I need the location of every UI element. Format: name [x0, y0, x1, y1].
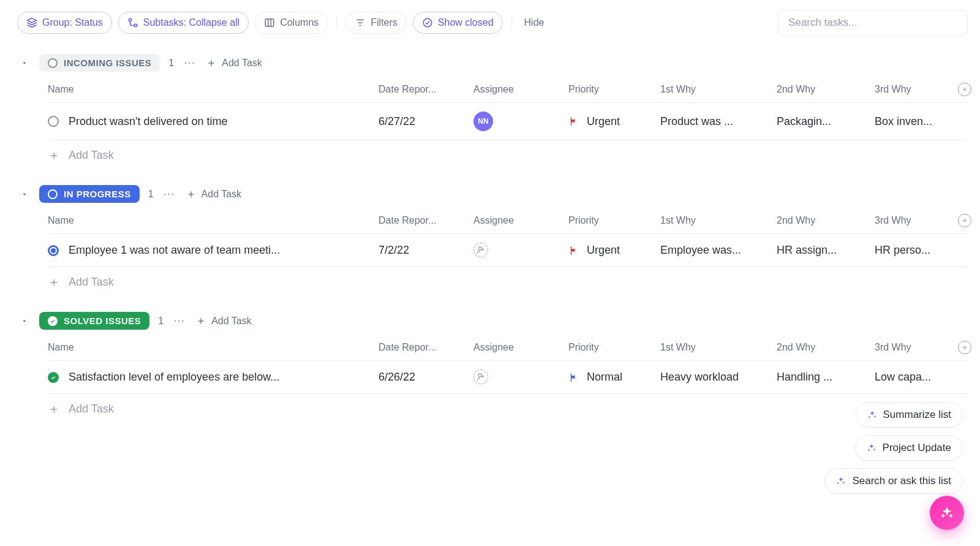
- date-cell[interactable]: 6/26/22: [379, 371, 473, 384]
- filters-pill-label: Filters: [371, 17, 398, 28]
- name-cell: Satisfaction level of employees are belo…: [48, 371, 379, 384]
- date-cell[interactable]: 6/27/22: [379, 115, 473, 128]
- status-chip-label: SOLVED ISSUES: [64, 316, 141, 326]
- col-why2[interactable]: 2nd Why: [777, 84, 875, 95]
- why3-cell[interactable]: Box inven...: [875, 115, 948, 128]
- status-chip[interactable]: SOLVED ISSUES: [39, 312, 149, 330]
- search-box[interactable]: [778, 10, 968, 36]
- subtasks-pill-label: Subtasks: Collapse all: [143, 17, 239, 28]
- more-icon[interactable]: ···: [162, 187, 177, 202]
- columns-icon: [264, 17, 275, 28]
- status-chip[interactable]: IN PROGRESS: [39, 185, 140, 203]
- add-task-label: Add Task: [69, 276, 114, 289]
- date-cell[interactable]: 7/2/22: [379, 244, 473, 257]
- toolbar: Group: Status Subtasks: Collapse all Col…: [17, 10, 968, 36]
- sparkle-icon: [940, 506, 954, 520]
- sparkle-icon: [867, 410, 877, 420]
- add-task-cell: Add Task: [48, 403, 379, 415]
- group-count: 1: [158, 316, 164, 327]
- table-row[interactable]: Employee 1 was not aware of team meeti..…: [48, 234, 968, 267]
- table-row[interactable]: Product wasn't delivered on time6/27/22N…: [48, 103, 968, 140]
- hide-button[interactable]: Hide: [521, 17, 548, 28]
- check-circle-icon: [422, 17, 433, 28]
- col-why2[interactable]: 2nd Why: [777, 342, 875, 353]
- why1-cell[interactable]: Heavy workload: [660, 371, 777, 384]
- ai-chip-search-ask[interactable]: Search or ask this list: [824, 468, 963, 494]
- task-name[interactable]: Satisfaction level of employees are belo…: [69, 371, 279, 384]
- col-date[interactable]: Date Repor...: [379, 215, 473, 226]
- add-task-label: Add Task: [69, 403, 114, 415]
- col-why1[interactable]: 1st Why: [660, 215, 777, 226]
- why2-cell[interactable]: Packagin...: [777, 115, 875, 128]
- assignee-add-icon[interactable]: [473, 243, 488, 257]
- chevron-down-icon[interactable]: [18, 315, 31, 327]
- add-task-button[interactable]: Add Task: [186, 189, 242, 200]
- priority-label: Urgent: [587, 244, 620, 257]
- add-task-button[interactable]: Add Task: [206, 58, 262, 69]
- add-column-button[interactable]: [958, 83, 971, 96]
- col-name[interactable]: Name: [48, 84, 379, 95]
- col-why2[interactable]: 2nd Why: [777, 215, 875, 226]
- assignee-add-icon[interactable]: [473, 370, 488, 384]
- ai-chip-project-update[interactable]: Project Update: [855, 435, 963, 461]
- why1-cell[interactable]: Employee was...: [660, 244, 777, 257]
- svg-point-1: [129, 18, 132, 21]
- ai-fab[interactable]: [930, 496, 964, 530]
- toolbar-separator-2: [511, 16, 512, 29]
- col-priority[interactable]: Priority: [568, 84, 660, 95]
- show-closed-pill[interactable]: Show closed: [413, 12, 503, 34]
- col-why3[interactable]: 3rd Why: [875, 215, 948, 226]
- chevron-down-icon[interactable]: [18, 57, 31, 69]
- col-priority[interactable]: Priority: [568, 215, 660, 226]
- add-task-row[interactable]: Add Task: [48, 267, 968, 297]
- col-why1[interactable]: 1st Why: [660, 84, 777, 95]
- col-date[interactable]: Date Repor...: [379, 84, 473, 95]
- add-task-button[interactable]: Add Task: [195, 316, 252, 327]
- col-why3[interactable]: 3rd Why: [875, 84, 948, 95]
- priority-cell[interactable]: Urgent: [568, 115, 660, 128]
- priority-label: Normal: [587, 371, 622, 384]
- task-name[interactable]: Employee 1 was not aware of team meeti..…: [69, 244, 280, 257]
- table-row[interactable]: Satisfaction level of employees are belo…: [48, 361, 968, 394]
- why3-cell[interactable]: Low capa...: [875, 371, 948, 384]
- add-column-button[interactable]: [958, 214, 971, 227]
- status-chip[interactable]: INCOMING ISSUES: [39, 54, 160, 72]
- col-assignee[interactable]: Assignee: [473, 342, 568, 353]
- more-icon[interactable]: ···: [172, 314, 187, 328]
- columns-pill[interactable]: Columns: [255, 12, 328, 34]
- subtasks-pill[interactable]: Subtasks: Collapse all: [118, 12, 249, 34]
- ai-chip-summarize[interactable]: Summarize list: [856, 402, 963, 428]
- subtask-icon: [127, 17, 138, 28]
- why2-cell[interactable]: Handling ...: [777, 371, 875, 384]
- priority-label: Urgent: [587, 115, 620, 128]
- group-count: 1: [168, 58, 174, 69]
- col-date[interactable]: Date Repor...: [379, 342, 473, 353]
- group-pill-label: Group: Status: [42, 17, 103, 28]
- search-input[interactable]: [787, 16, 959, 29]
- priority-cell[interactable]: Normal: [568, 371, 660, 384]
- group-pill[interactable]: Group: Status: [17, 12, 112, 34]
- col-why1[interactable]: 1st Why: [660, 342, 777, 353]
- col-assignee[interactable]: Assignee: [473, 215, 568, 226]
- add-task-row[interactable]: Add Task: [48, 140, 968, 170]
- col-name[interactable]: Name: [48, 342, 379, 353]
- priority-cell[interactable]: Urgent: [568, 244, 660, 257]
- col-why3[interactable]: 3rd Why: [875, 342, 948, 353]
- add-task-label: Add Task: [222, 58, 262, 69]
- task-name[interactable]: Product wasn't delivered on time: [69, 115, 228, 128]
- group-header: SOLVED ISSUES1···Add Task: [17, 308, 968, 336]
- filters-pill[interactable]: Filters: [345, 12, 407, 34]
- col-priority[interactable]: Priority: [568, 342, 660, 353]
- sparkle-icon: [836, 476, 846, 486]
- add-column-button[interactable]: [958, 341, 971, 354]
- col-name[interactable]: Name: [48, 215, 379, 226]
- assignee-cell: [473, 243, 568, 258]
- why2-cell[interactable]: HR assign...: [777, 244, 875, 257]
- assignee-cell: NN: [473, 112, 568, 131]
- more-icon[interactable]: ···: [183, 56, 197, 70]
- col-assignee[interactable]: Assignee: [473, 84, 568, 95]
- chevron-down-icon[interactable]: [18, 188, 31, 200]
- why1-cell[interactable]: Product was ...: [660, 115, 777, 128]
- avatar[interactable]: NN: [473, 112, 493, 131]
- why3-cell[interactable]: HR perso...: [875, 244, 948, 257]
